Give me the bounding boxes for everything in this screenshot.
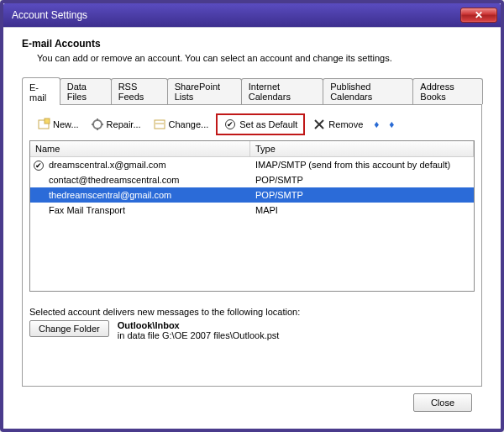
new-icon <box>37 118 50 131</box>
change-folder-button[interactable]: Change Folder <box>29 320 109 337</box>
page-subtitle: You can add or remove an account. You ca… <box>37 53 482 63</box>
new-button[interactable]: New... <box>33 115 83 134</box>
delivery-section: Selected account delivers new messages t… <box>29 307 475 340</box>
tab-panel-email: New... Repair... Change... <box>22 104 482 387</box>
account-name: dreamscentral.x@gmail.com <box>47 160 250 170</box>
close-icon: ✕ <box>475 9 483 21</box>
page-title: E-mail Accounts <box>22 38 482 50</box>
list-rows: ✔ dreamscentral.x@gmail.com IMAP/SMTP (s… <box>30 157 474 291</box>
remove-icon <box>312 118 326 131</box>
tab-published-calendars[interactable]: Published Calendars <box>323 78 413 104</box>
tab-rss-feeds[interactable]: RSS Feeds <box>111 78 168 104</box>
svg-rect-7 <box>155 120 165 129</box>
set-default-button[interactable]: ✔ Set as Default <box>219 115 302 134</box>
change-button[interactable]: Change... <box>149 115 213 134</box>
tab-email[interactable]: E-mail <box>22 77 60 105</box>
dialog-footer: Close <box>22 387 482 420</box>
repair-label: Repair... <box>107 119 141 129</box>
list-item[interactable]: ✔ dreamscentral.x@gmail.com IMAP/SMTP (s… <box>30 157 474 172</box>
column-name[interactable]: Name <box>30 141 250 156</box>
delivery-label: Selected account delivers new messages t… <box>29 307 475 317</box>
check-circle-icon: ✔ <box>223 118 237 131</box>
remove-label: Remove <box>328 119 363 129</box>
column-type[interactable]: Type <box>250 141 474 156</box>
svg-rect-3 <box>97 119 98 121</box>
delivery-datafile: in data file G:\OE 2007 files\Outlook.ps… <box>118 330 280 340</box>
change-label: Change... <box>169 119 209 129</box>
window-title: Account Settings <box>12 9 460 21</box>
account-name: contact@thedreamscentral.com <box>47 175 250 185</box>
new-label: New... <box>53 119 79 129</box>
list-item-selected[interactable]: thedreamscentral@gmail.com POP/SMTP <box>30 187 474 203</box>
account-type: IMAP/SMTP (send from this account by def… <box>250 160 474 170</box>
set-default-highlight: ✔ Set as Default <box>216 113 305 135</box>
move-down-button[interactable]: ♦ <box>386 119 397 130</box>
move-up-button[interactable]: ♦ <box>370 119 382 130</box>
default-check-icon: ✔ <box>30 160 47 171</box>
tabstrip: E-mail Data Files RSS Feeds SharePoint L… <box>22 76 482 104</box>
list-item[interactable]: contact@thedreamscentral.com POP/SMTP <box>30 172 474 187</box>
account-settings-dialog: Account Settings ✕ E-mail Accounts You c… <box>0 0 504 432</box>
list-header: Name Type <box>30 141 474 157</box>
list-item[interactable]: Fax Mail Transport MAPI <box>30 203 474 218</box>
dialog-body: E-mail Accounts You can add or remove an… <box>3 27 501 429</box>
delivery-location: Outlook\Inbox <box>118 320 280 330</box>
remove-button[interactable]: Remove <box>308 115 367 134</box>
tab-address-books[interactable]: Address Books <box>412 78 483 104</box>
delivery-location-block: Outlook\Inbox in data file G:\OE 2007 fi… <box>118 320 280 340</box>
account-type: POP/SMTP <box>250 190 474 200</box>
svg-rect-4 <box>97 128 98 130</box>
window-close-button[interactable]: ✕ <box>460 8 497 23</box>
account-type: MAPI <box>250 205 474 215</box>
titlebar: Account Settings ✕ <box>3 3 501 27</box>
account-type: POP/SMTP <box>250 175 474 185</box>
svg-rect-6 <box>101 124 103 125</box>
close-button[interactable]: Close <box>413 393 472 412</box>
account-name: Fax Mail Transport <box>47 205 250 215</box>
tab-data-files[interactable]: Data Files <box>60 78 112 104</box>
toolbar: New... Repair... Change... <box>29 112 475 140</box>
repair-button[interactable]: Repair... <box>87 115 145 134</box>
svg-rect-1 <box>45 119 50 124</box>
svg-rect-5 <box>92 124 94 125</box>
tab-internet-calendars[interactable]: Internet Calendars <box>241 78 323 104</box>
accounts-list: Name Type ✔ dreamscentral.x@gmail.com IM… <box>29 140 475 292</box>
tab-sharepoint-lists[interactable]: SharePoint Lists <box>167 78 242 104</box>
account-name: thedreamscentral@gmail.com <box>47 190 250 200</box>
change-icon <box>153 118 166 131</box>
svg-point-2 <box>93 120 102 129</box>
repair-icon <box>91 118 104 131</box>
set-default-label: Set as Default <box>239 119 297 129</box>
